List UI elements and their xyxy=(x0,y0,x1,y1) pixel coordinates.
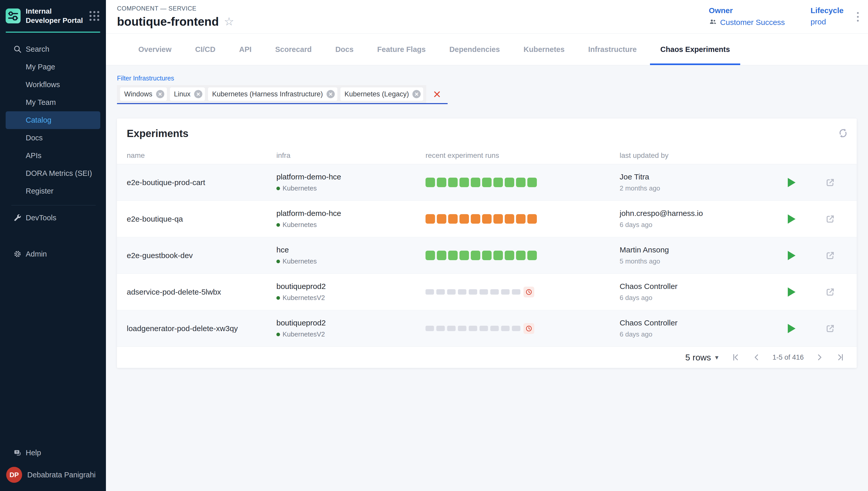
table-row: loadgenerator-pod-delete-xw3qyboutiquepr… xyxy=(117,310,857,347)
filter-infrastructures-label[interactable]: Filter Infrastructures xyxy=(117,75,174,82)
run-indicator xyxy=(437,178,446,187)
open-experiment-button[interactable] xyxy=(824,286,837,298)
sidebar-item-docs[interactable]: Docs xyxy=(6,129,100,147)
infra-type: Kubernetes xyxy=(283,184,317,192)
row-actions xyxy=(776,322,851,335)
rows-per-page-select[interactable]: 5 rows xyxy=(684,352,720,363)
launch-icon xyxy=(825,287,836,297)
tab-overview[interactable]: Overview xyxy=(126,34,183,65)
updated-by: Martin Ansong xyxy=(619,246,776,254)
previous-page-button[interactable] xyxy=(751,352,762,363)
run-indicator xyxy=(505,251,514,260)
app-logo-icon[interactable] xyxy=(6,8,21,23)
run-experiment-button[interactable] xyxy=(787,250,797,261)
infra-type: KubernetesV2 xyxy=(283,330,325,338)
refresh-button[interactable] xyxy=(837,127,849,140)
remove-chip-button[interactable] xyxy=(194,90,202,98)
experiment-name: e2e-boutique-prod-cart xyxy=(127,178,277,187)
run-indicator xyxy=(437,251,446,260)
table-header: name infra recent experiment runs last u… xyxy=(117,147,857,164)
remove-chip-button[interactable] xyxy=(156,90,164,98)
remove-chip-button[interactable] xyxy=(326,90,335,98)
filter-chip-label: Kubernetes (Harness Infrastructure) xyxy=(212,90,323,98)
infra-type: Kubernetes xyxy=(283,221,317,229)
infra-sub: Kubernetes xyxy=(277,221,426,229)
lifecycle-label: Lifecycle xyxy=(811,6,844,15)
tab-feature-flags[interactable]: Feature Flags xyxy=(365,34,438,65)
tab-docs[interactable]: Docs xyxy=(323,34,365,65)
sidebar-item-dora-metrics-sei[interactable]: DORA Metrics (SEI) xyxy=(6,165,100,182)
run-indicator xyxy=(459,214,469,224)
run-indicator xyxy=(480,289,488,295)
next-page-button[interactable] xyxy=(814,352,825,363)
run-indicator xyxy=(480,326,488,331)
updated-by: Chaos Controller xyxy=(619,318,776,327)
user-menu[interactable]: DP Debabrata Panigrahi xyxy=(0,462,106,486)
tab-scorecard[interactable]: Scorecard xyxy=(263,34,323,65)
infra-sub: KubernetesV2 xyxy=(277,330,426,338)
play-icon xyxy=(788,324,795,333)
run-indicator xyxy=(501,326,510,331)
run-indicator xyxy=(459,251,469,260)
row-actions xyxy=(776,286,851,298)
sidebar-item-workflows[interactable]: Workflows xyxy=(6,76,100,93)
run-experiment-button[interactable] xyxy=(787,323,797,334)
first-page-button[interactable] xyxy=(730,352,741,363)
tab-dependencies[interactable]: Dependencies xyxy=(438,34,512,65)
run-history xyxy=(426,251,619,260)
tab-infrastructure[interactable]: Infrastructure xyxy=(576,34,649,65)
run-history xyxy=(426,287,619,297)
apps-grid-icon[interactable] xyxy=(89,11,99,21)
table-row: e2e-guestbook-devhceKubernetesMartin Ans… xyxy=(117,237,857,274)
experiment-name: loadgenerator-pod-delete-xw3qy xyxy=(127,324,277,333)
sidebar-item-devtools[interactable]: DevTools xyxy=(6,209,100,227)
experiments-title: Experiments xyxy=(127,128,189,139)
sidebar-item-my-team[interactable]: My Team xyxy=(6,93,100,111)
sidebar-item-label: DevTools xyxy=(26,213,56,222)
last-page-button[interactable] xyxy=(835,352,846,363)
open-experiment-button[interactable] xyxy=(824,212,837,226)
run-indicator xyxy=(447,326,456,331)
sidebar-item-label: Help xyxy=(26,449,41,457)
clear-filters-button[interactable] xyxy=(433,87,441,101)
open-experiment-button[interactable] xyxy=(824,249,837,262)
sidebar-item-admin[interactable]: Admin xyxy=(6,245,100,263)
favorite-star-button[interactable]: ☆ xyxy=(224,16,234,27)
tab-kubernetes[interactable]: Kubernetes xyxy=(512,34,576,65)
run-indicator xyxy=(437,214,446,224)
updated-by: Joe Titra xyxy=(619,173,776,181)
filter-chips-box[interactable]: WindowsLinuxKubernetes (Harness Infrastr… xyxy=(117,85,426,103)
sidebar-item-register[interactable]: Register xyxy=(6,182,100,200)
updated-by: john.crespo@harness.io xyxy=(619,209,776,218)
sidebar-item-help[interactable]: ? Help xyxy=(6,444,100,462)
run-experiment-button[interactable] xyxy=(787,177,797,188)
sidebar-item-my-page[interactable]: My Page xyxy=(6,58,100,76)
experiment-name: adservice-pod-delete-5lwbx xyxy=(127,288,277,296)
run-indicator xyxy=(447,289,456,295)
remove-chip-button[interactable] xyxy=(412,90,421,98)
run-indicator xyxy=(471,178,480,187)
more-options-button[interactable] xyxy=(856,9,860,24)
page-range: 1-5 of 416 xyxy=(772,353,804,362)
owner-link[interactable]: Customer Success xyxy=(709,18,785,28)
run-indicator xyxy=(448,214,458,224)
open-experiment-button[interactable] xyxy=(824,176,837,189)
run-history xyxy=(426,323,619,334)
tab-ci-cd[interactable]: CI/CD xyxy=(183,34,227,65)
rows-per-page-value: 5 rows xyxy=(685,352,711,363)
open-experiment-button[interactable] xyxy=(824,322,837,335)
run-experiment-button[interactable] xyxy=(787,213,797,225)
sidebar-item-catalog[interactable]: Catalog xyxy=(6,111,100,129)
tab-chaos-experiments[interactable]: Chaos Experiments xyxy=(648,34,742,65)
sidebar-item-search[interactable]: Search xyxy=(6,40,100,58)
infra-name: hce xyxy=(277,246,426,254)
tab-api[interactable]: API xyxy=(227,34,263,65)
run-indicator xyxy=(493,214,503,224)
sidebar-item-apis[interactable]: APIs xyxy=(6,147,100,165)
sidebar-item-label: Register xyxy=(26,187,54,195)
run-experiment-button[interactable] xyxy=(787,286,797,298)
sidebar-item-label: APIs xyxy=(26,151,41,160)
sidebar-footer: ? Help DP Debabrata Panigrahi xyxy=(0,444,106,491)
filter-input[interactable]: WindowsLinuxKubernetes (Harness Infrastr… xyxy=(117,85,447,104)
run-indicator xyxy=(512,289,520,295)
